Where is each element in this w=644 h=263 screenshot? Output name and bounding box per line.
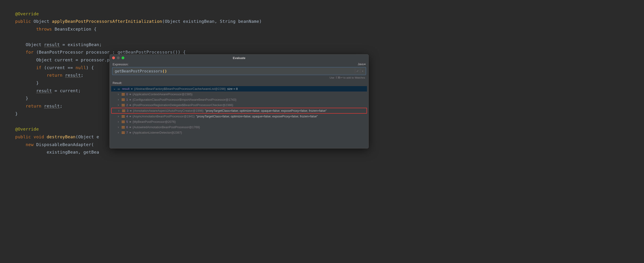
object-icon: [122, 103, 125, 107]
result-class: {AbstractBeanFactory$BeanPostProcessorCa…: [134, 87, 226, 91]
infinity-icon: ∞: [117, 87, 120, 91]
item-class: {ConfigurationClassPostProcessor$ImportA…: [132, 98, 236, 101]
item-class: {PostProcessorRegistrationDelegate$BeanP…: [132, 103, 233, 107]
item-index: 7: [126, 131, 128, 134]
code-line: public Object applyBeanPostProcessorsAft…: [5, 19, 262, 24]
code-line: return result;: [5, 73, 84, 78]
chevron-right-icon[interactable]: [118, 98, 120, 102]
chevron-right-icon[interactable]: [118, 115, 120, 118]
result-label: Result:: [110, 80, 368, 86]
object-icon: [122, 126, 125, 129]
item-class: {AsyncAnnotationBeanPostProcessor@1941}: [132, 115, 194, 118]
item-class: {AnnotationAwareAspectJAutoProxyCreator@…: [133, 109, 204, 112]
item-index: 3: [127, 109, 128, 112]
chevron-down-icon: [364, 63, 366, 66]
code-line: if (current == null) {: [5, 65, 94, 70]
chevron-right-icon[interactable]: [118, 131, 120, 135]
item-index: 1: [126, 98, 128, 101]
object-icon: [122, 120, 125, 123]
result-item-row[interactable]: 6 = {AutowiredAnnotationBeanPostProcesso…: [111, 124, 367, 130]
result-root-row[interactable]: ∞ result = {AbstractBeanFactory$BeanPost…: [111, 86, 367, 91]
item-class: {MyBeanPostProcessor@2076}: [132, 120, 176, 123]
result-var-name: result: [122, 87, 130, 91]
language-selector[interactable]: Java: [358, 63, 366, 66]
object-icon: [122, 115, 125, 118]
code-line: [5, 34, 7, 39]
object-icon: [122, 131, 125, 134]
item-index: 4: [126, 115, 128, 118]
chevron-right-icon[interactable]: [118, 120, 120, 124]
add-to-watches-hint: Use ⇧⌘↩ to add to Watches: [110, 75, 368, 80]
code-line: }: [5, 96, 28, 101]
chevron-right-icon[interactable]: [118, 92, 120, 96]
code-line: for (BeanPostProcessor processor : getBe…: [5, 50, 186, 55]
expand-icon[interactable]: ⤢: [355, 69, 360, 73]
chevron-right-icon[interactable]: [118, 109, 120, 113]
code-line: throws BeansException {: [5, 26, 96, 31]
code-line: new DisposableBeanAdapter(: [5, 142, 94, 147]
chevron-right-icon[interactable]: [118, 125, 120, 129]
item-value: "proxyTargetClass=false; optimize=false;…: [205, 109, 327, 112]
result-item-row[interactable]: 1 = {ConfigurationClassPostProcessor$Imp…: [111, 97, 367, 102]
expression-input[interactable]: getBeanPostProcessors() ⤢ ▾: [112, 67, 366, 75]
result-size: size = 8: [227, 87, 238, 91]
code-line: @Override: [5, 11, 39, 16]
evaluate-dialog[interactable]: Evaluate Expression: Java getBeanPostPro…: [110, 54, 369, 148]
code-line: result = current;: [5, 88, 81, 93]
result-item-row[interactable]: 7 = {ApplicationListenerDetector@2387}: [111, 130, 367, 135]
item-class: {ApplicationListenerDetector@2387}: [132, 131, 182, 134]
result-item-row[interactable]: 3 = {AnnotationAwareAspectJAutoProxyCrea…: [111, 108, 367, 114]
item-class: {AutowiredAnnotationBeanPostProcessor@17…: [132, 125, 200, 129]
dialog-title: Evaluate: [110, 56, 368, 60]
code-line: @Override: [5, 127, 39, 131]
item-index: 2: [126, 103, 128, 107]
code-line: public void destroyBean(Object e: [5, 134, 99, 139]
object-icon: [122, 109, 125, 112]
chevron-down-icon[interactable]: [113, 87, 116, 91]
result-item-row[interactable]: 4 = {AsyncAnnotationBeanPostProcessor@19…: [111, 114, 367, 119]
item-value: "proxyTargetClass=false; optimize=false;…: [196, 115, 318, 118]
code-line: Object result = existingBean;: [5, 42, 102, 47]
code-line: }: [5, 80, 39, 85]
history-dropdown-icon[interactable]: ▾: [360, 69, 365, 73]
object-icon: [122, 98, 125, 101]
object-icon: [122, 93, 125, 96]
code-line: }: [5, 111, 18, 116]
result-tree[interactable]: ∞ result = {AbstractBeanFactory$BeanPost…: [110, 86, 368, 136]
dialog-titlebar[interactable]: Evaluate: [110, 55, 368, 61]
item-index: 5: [126, 120, 128, 123]
expression-parens: (): [162, 69, 167, 73]
item-index: 6: [126, 125, 128, 129]
result-item-row[interactable]: 5 = {MyBeanPostProcessor@2076}: [111, 119, 367, 124]
item-index: 0: [126, 92, 128, 96]
annotation: @Override: [15, 11, 39, 16]
result-item-row[interactable]: 2 = {PostProcessorRegistrationDelegate$B…: [111, 102, 367, 108]
code-line: existingBean, getBea: [5, 150, 99, 155]
code-line: return result;: [5, 103, 62, 108]
result-item-row[interactable]: 0 = {ApplicationContextAwareProcessor@23…: [111, 91, 367, 97]
expression-label: Expression:: [110, 61, 368, 67]
code-line: [5, 119, 7, 124]
expression-text: getBeanPostProcessors: [115, 69, 162, 73]
chevron-right-icon[interactable]: [118, 103, 120, 107]
item-class: {ApplicationContextAwareProcessor@2385}: [132, 92, 192, 96]
